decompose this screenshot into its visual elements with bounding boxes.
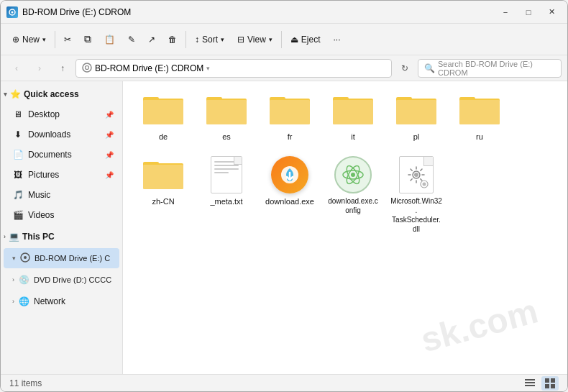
exe-icon-download (268, 156, 311, 193)
file-item-download-exe[interactable]: download.exe (261, 152, 319, 238)
refresh-button[interactable]: ↻ (395, 59, 415, 78)
videos-label: Videos (28, 210, 54, 220)
status-bar: 11 items (1, 374, 567, 391)
more-button[interactable]: ··· (328, 28, 347, 51)
file-name-download-exe: download.exe (265, 196, 314, 206)
new-chevron: ▾ (42, 36, 46, 43)
this-pc-label: This PC (22, 232, 55, 242)
file-name-download-config: download.exe.config (327, 196, 379, 215)
svg-rect-45 (545, 378, 549, 383)
downloads-pin-icon: 📌 (105, 131, 114, 139)
copy-button[interactable]: ⧉ (78, 28, 97, 51)
sidebar-item-pictures[interactable]: 🖼 Pictures 📌 (4, 165, 119, 185)
list-view-icon (525, 378, 535, 388)
svg-rect-47 (545, 384, 549, 388)
folder-icon-es (205, 91, 248, 129)
close-button[interactable]: ✕ (541, 5, 562, 19)
file-name-pl: pl (413, 132, 420, 142)
sort-button[interactable]: ↕ Sort ▾ (189, 28, 230, 51)
dvd-icon: 💿 (19, 275, 29, 285)
file-name-de: de (159, 132, 168, 142)
new-button[interactable]: ⊕ New ▾ (6, 28, 52, 51)
new-label: New (22, 35, 40, 45)
documents-icon: 📄 (12, 149, 24, 160)
file-item-pl[interactable]: pl (388, 87, 445, 146)
window-icon (6, 6, 18, 18)
file-item-meta-txt[interactable]: _meta.txt (198, 152, 255, 238)
downloads-label: Downloads (28, 129, 70, 140)
file-item-zh-cn[interactable]: zh-CN (134, 152, 192, 238)
file-item-fr[interactable]: fr (261, 87, 319, 146)
desktop-label: Desktop (28, 109, 60, 119)
share-icon: ↗ (148, 35, 155, 45)
share-button[interactable]: ↗ (142, 28, 161, 51)
dvd-chevron: › (12, 276, 14, 283)
file-name-ru: ru (476, 132, 483, 142)
file-name-taskscheduler-dll: Microsoft.Win32.TaskScheduler.dll (390, 196, 442, 234)
pictures-icon: 🖼 (12, 169, 24, 181)
view-controls (521, 376, 559, 391)
sidebar-item-bdrom[interactable]: ▾ BD-ROM Drive (E:) C (4, 248, 119, 268)
grid-view-button[interactable] (541, 376, 559, 391)
file-item-ru[interactable]: ru (451, 87, 508, 146)
rename-button[interactable]: ✎ (122, 28, 141, 51)
quick-access-header[interactable]: ▾ ⭐ Quick access (1, 84, 122, 104)
delete-button[interactable]: 🗑 (162, 28, 183, 51)
file-item-taskscheduler-dll[interactable]: Microsoft.Win32.TaskScheduler.dll (388, 152, 445, 238)
this-pc-header[interactable]: › 💻 This PC (1, 227, 122, 247)
file-name-es: es (222, 132, 231, 142)
svg-rect-46 (551, 378, 555, 383)
sidebar-item-desktop[interactable]: 🖥 Desktop 📌 (4, 104, 119, 124)
copy-icon: ⧉ (84, 33, 91, 45)
eject-icon: ⏏ (290, 35, 298, 45)
file-item-de[interactable]: de (134, 87, 192, 146)
bdrom-chevron: ▾ (12, 255, 16, 262)
sidebar-item-network[interactable]: › 🌐 Network (4, 291, 119, 311)
minimize-button[interactable]: − (495, 5, 516, 19)
item-count: 11 items (9, 378, 42, 388)
sort-icon: ↕ (195, 35, 199, 45)
sidebar: ▾ ⭐ Quick access 🖥 Desktop 📌 ⬇ Downloads… (1, 81, 123, 374)
sidebar-item-music[interactable]: 🎵 Music (4, 185, 119, 205)
svg-rect-44 (525, 385, 535, 386)
file-item-es[interactable]: es (198, 87, 255, 146)
folder-icon-de (142, 91, 185, 129)
up-button[interactable]: ↑ (52, 59, 73, 78)
view-button[interactable]: ⊟ View ▾ (232, 28, 278, 51)
sidebar-item-documents[interactable]: 📄 Documents 📌 (4, 145, 119, 165)
sidebar-item-dvd[interactable]: › 💿 DVD Drive (D:) CCCC (4, 270, 119, 290)
forward-button[interactable]: › (29, 59, 50, 78)
address-input[interactable]: BD-ROM Drive (E:) CDROM ▾ (75, 59, 392, 78)
svg-rect-9 (143, 100, 183, 124)
network-section: › 🌐 Network (1, 291, 122, 311)
config-icon-download (331, 156, 375, 193)
grid-view-icon (545, 378, 555, 388)
this-pc-section: › 💻 This PC (1, 227, 122, 247)
file-item-it[interactable]: it (324, 87, 382, 146)
address-bar: ‹ › ↑ BD-ROM Drive (E:) CDROM ▾ ↻ 🔍 Sear… (1, 55, 567, 81)
network-label: Network (34, 296, 65, 306)
sidebar-item-videos[interactable]: 🎬 Videos (4, 205, 119, 225)
window-controls: − □ ✕ (495, 5, 562, 19)
list-view-button[interactable] (521, 376, 539, 391)
file-item-download-config[interactable]: download.exe.config (324, 152, 382, 238)
dvd-label: DVD Drive (D:) CCCC (34, 275, 111, 284)
maximize-button[interactable]: □ (518, 5, 539, 19)
cut-icon: ✂ (64, 35, 71, 45)
sort-label: Sort (202, 35, 218, 45)
eject-button[interactable]: ⏏ Eject (285, 28, 326, 51)
paste-button[interactable]: 📋 (99, 28, 121, 51)
cut-button[interactable]: ✂ (58, 28, 77, 51)
downloads-icon: ⬇ (12, 129, 24, 140)
paste-icon: 📋 (104, 35, 115, 45)
search-box[interactable]: 🔍 Search BD-ROM Drive (E:) CDROM (418, 59, 562, 78)
back-button[interactable]: ‹ (6, 59, 27, 78)
file-area: sk.com de (123, 81, 567, 374)
sidebar-item-downloads[interactable]: ⬇ Downloads 📌 (4, 124, 119, 145)
music-label: Music (28, 190, 50, 200)
file-explorer-window: BD-ROM Drive (E:) CDROM − □ ✕ ⊕ New ▾ ✂ … (0, 0, 568, 392)
breadcrumb-chevron: ▾ (206, 65, 210, 72)
bdrom-icon (20, 252, 30, 265)
svg-rect-17 (270, 100, 310, 124)
search-icon: 🔍 (424, 63, 435, 73)
